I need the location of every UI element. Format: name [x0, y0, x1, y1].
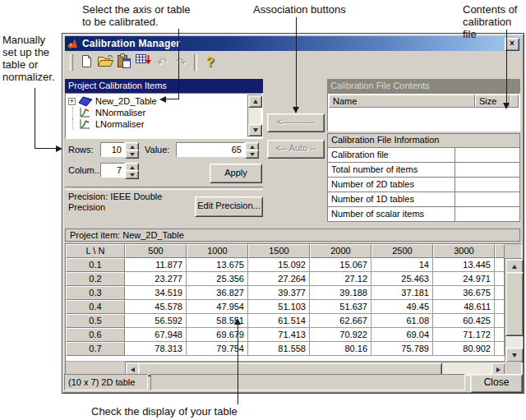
- scroll-down-button[interactable]: [248, 124, 262, 136]
- columns-spin-down-button[interactable]: [125, 170, 139, 179]
- redo-button[interactable]: ↷: [172, 53, 190, 72]
- grid-cell[interactable]: 56.592: [125, 314, 187, 328]
- tree-item[interactable]: NNormaliser: [67, 107, 248, 118]
- grid-cell[interactable]: 15.067: [310, 258, 371, 272]
- tree-item[interactable]: LNormaliser: [67, 118, 248, 130]
- grid-column-header[interactable]: 1500: [248, 244, 310, 258]
- grid-row-header[interactable]: 0.4: [66, 300, 125, 314]
- grid-cell[interactable]: 51.637: [310, 300, 371, 314]
- grid-cell[interactable]: 79.754: [187, 342, 248, 356]
- grid-cell[interactable]: 69.679: [187, 328, 248, 342]
- table-grid: L \ N50010001500200025003000 0.111.87713…: [65, 243, 522, 376]
- grid-cell[interactable]: 62.667: [310, 314, 371, 328]
- grid-row-header[interactable]: 0.2: [66, 272, 125, 286]
- grid-cell[interactable]: 24.971: [433, 272, 495, 286]
- grid-cell[interactable]: 80.16: [310, 342, 371, 356]
- scroll-up-icon: [512, 265, 517, 269]
- grid-cell[interactable]: 49.45: [371, 300, 433, 314]
- grid-cell[interactable]: 70.922: [310, 328, 371, 342]
- new-document-button[interactable]: [77, 53, 95, 72]
- grid-row-header[interactable]: 0.1: [66, 258, 125, 272]
- grid-cell[interactable]: 60.425: [433, 314, 495, 328]
- assign-association-button[interactable]: <-----------: [267, 113, 325, 132]
- columns-input[interactable]: 7: [100, 163, 125, 178]
- grid-cell[interactable]: 34.519: [125, 286, 187, 300]
- scroll-down-button[interactable]: [505, 348, 524, 362]
- toolbar-grip[interactable]: [70, 54, 73, 71]
- grid-row-header[interactable]: 0.3: [66, 286, 125, 300]
- name-column-header[interactable]: Name: [329, 95, 475, 108]
- grid-cell[interactable]: 69.04: [371, 328, 433, 342]
- grid-cell[interactable]: 13.675: [187, 258, 248, 272]
- grid-cell[interactable]: 45.578: [125, 300, 187, 314]
- grid-cell[interactable]: 37.181: [371, 286, 433, 300]
- title-bar[interactable]: Calibration Manager ×: [65, 36, 521, 51]
- tree-expander-icon[interactable]: +: [68, 98, 76, 105]
- grid-row-header[interactable]: 0.6: [66, 328, 125, 342]
- grid-cell[interactable]: 23.277: [125, 272, 187, 286]
- grid-cell[interactable]: 48.611: [433, 300, 495, 314]
- grid-cell[interactable]: 14: [371, 258, 433, 272]
- grid-cell[interactable]: 51.103: [248, 300, 310, 314]
- grid-cell[interactable]: 39.188: [310, 286, 371, 300]
- normaliser-icon: [78, 119, 93, 130]
- callout-arrow-contents: [503, 103, 510, 109]
- tree-item[interactable]: +New_2D_Table: [67, 95, 248, 107]
- open-file-button[interactable]: [96, 53, 114, 72]
- rows-input[interactable]: 10: [100, 142, 125, 157]
- callout-contents: Contents of calibration file: [463, 3, 526, 40]
- grid-cell[interactable]: 71.172: [433, 328, 495, 342]
- help-button[interactable]: ?: [201, 53, 219, 72]
- grid-cell[interactable]: 13.445: [433, 258, 495, 272]
- grid-cell[interactable]: 36.827: [187, 286, 248, 300]
- grid-column-header[interactable]: 1000: [187, 244, 248, 258]
- grid-cell[interactable]: 61.08: [371, 314, 433, 328]
- grid-cell[interactable]: 39.377: [248, 286, 310, 300]
- value-spin-down-button[interactable]: [245, 150, 259, 159]
- grid-row-header[interactable]: 0.5: [66, 314, 125, 328]
- grid-column-header[interactable]: 2000: [310, 244, 371, 258]
- grid-column-header[interactable]: 2500: [371, 244, 433, 258]
- undo-button[interactable]: ↶: [153, 53, 171, 72]
- grid-cell[interactable]: 80.902: [433, 342, 495, 356]
- apply-button[interactable]: Apply: [210, 164, 262, 183]
- value-input[interactable]: 65: [176, 142, 245, 157]
- tree-scrollbar[interactable]: [247, 95, 261, 137]
- rows-spin-down-button[interactable]: [125, 150, 139, 159]
- scroll-up-button[interactable]: [248, 95, 262, 108]
- tree-item-label[interactable]: NNormaliser: [95, 108, 145, 118]
- grid-cell[interactable]: 15.092: [248, 258, 310, 272]
- close-button[interactable]: Close: [470, 374, 523, 393]
- grid-cell[interactable]: 27.264: [248, 272, 310, 286]
- spin-up-icon: [130, 145, 135, 149]
- grid-cell[interactable]: 75.789: [371, 342, 433, 356]
- grid-cell[interactable]: 47.954: [187, 300, 248, 314]
- import-table-button[interactable]: [134, 53, 152, 72]
- calibration-manager-window: Calibration Manager × ↶↷? Project Calibr…: [62, 33, 524, 394]
- grid-cell[interactable]: 25.356: [187, 272, 248, 286]
- grid-row: 0.667.94869.67971.41370.92269.0471.172: [66, 328, 505, 342]
- vertical-scroll-thumb[interactable]: [505, 272, 524, 336]
- grid-cell[interactable]: 71.413: [248, 328, 310, 342]
- file-info-row: Number of 1D tables: [328, 192, 519, 207]
- grid-vertical-scrollbar[interactable]: [505, 258, 523, 363]
- grid-cell[interactable]: 81.558: [248, 342, 310, 356]
- scroll-down-icon: [253, 128, 258, 132]
- edit-precision-button[interactable]: Edit Precision...: [195, 196, 263, 217]
- paste-button[interactable]: [115, 53, 133, 72]
- grid-cell[interactable]: 61.514: [248, 314, 310, 328]
- grid-cell[interactable]: 27.12: [310, 272, 371, 286]
- grid-cell[interactable]: 78.313: [125, 342, 187, 356]
- grid-column-header[interactable]: 500: [125, 244, 187, 258]
- auto-association-button[interactable]: <-- Auto --: [267, 140, 325, 159]
- tree-item-label[interactable]: New_2D_Table: [95, 96, 157, 106]
- grid-cell[interactable]: 67.948: [125, 328, 187, 342]
- grid-column-header[interactable]: 3000: [433, 244, 495, 258]
- grid-row-header[interactable]: 0.7: [66, 342, 125, 356]
- file-info-value: [455, 207, 519, 221]
- tree-connector: [72, 118, 76, 130]
- tree-item-label[interactable]: LNormaliser: [95, 119, 144, 129]
- grid-cell[interactable]: 11.877: [125, 258, 187, 272]
- grid-cell[interactable]: 25.463: [371, 272, 433, 286]
- grid-cell[interactable]: 36.675: [433, 286, 495, 300]
